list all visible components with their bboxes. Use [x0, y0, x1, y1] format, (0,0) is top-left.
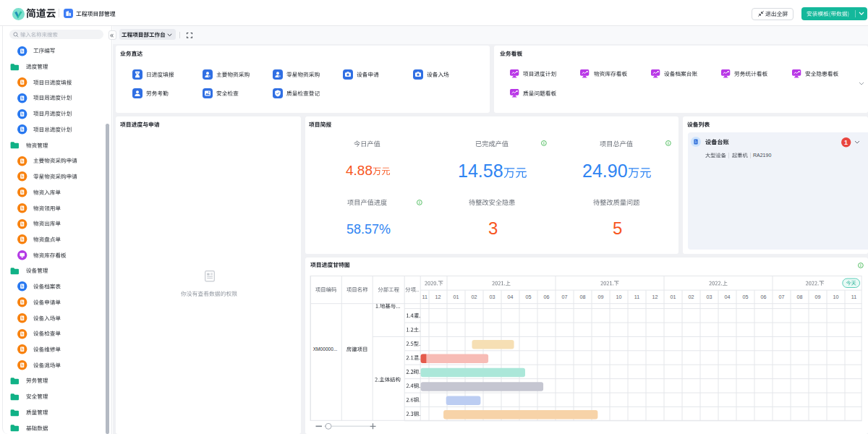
svg-text:09: 09 — [815, 294, 821, 300]
svg-text:11: 11 — [422, 294, 427, 300]
svg-text:24.90: 24.90 — [582, 161, 628, 181]
svg-text:14.58: 14.58 — [458, 161, 503, 181]
svg-text:12: 12 — [652, 294, 658, 300]
svg-text:RA2190: RA2190 — [753, 153, 771, 158]
svg-text:08: 08 — [580, 294, 586, 300]
svg-text:11: 11 — [851, 294, 856, 300]
svg-text:10: 10 — [833, 294, 839, 300]
svg-text:08: 08 — [797, 294, 803, 300]
svg-text:58.57%: 58.57% — [346, 222, 391, 237]
svg-text:07: 07 — [562, 294, 568, 300]
svg-text:4.88: 4.88 — [346, 163, 373, 178]
svg-text:10: 10 — [616, 294, 622, 300]
svg-text:5: 5 — [613, 218, 622, 238]
svg-text:01: 01 — [671, 294, 676, 300]
svg-text:09: 09 — [598, 294, 604, 300]
svg-text:XM00000...: XM00000... — [313, 346, 338, 352]
svg-text:02: 02 — [689, 294, 694, 300]
svg-text:11: 11 — [634, 294, 639, 300]
svg-text:12: 12 — [435, 294, 441, 300]
svg-text:04: 04 — [725, 294, 731, 300]
svg-text:03: 03 — [707, 294, 712, 300]
svg-text:05: 05 — [743, 294, 749, 300]
svg-text:01: 01 — [454, 294, 459, 300]
svg-text:06: 06 — [761, 294, 767, 300]
svg-text:3: 3 — [488, 218, 498, 238]
svg-text:1: 1 — [844, 139, 848, 146]
svg-text:06: 06 — [544, 294, 550, 300]
svg-text:04: 04 — [508, 294, 514, 300]
svg-text:05: 05 — [526, 294, 532, 300]
svg-text:07: 07 — [779, 294, 785, 300]
svg-text:02: 02 — [472, 294, 477, 300]
svg-text:03: 03 — [490, 294, 495, 300]
